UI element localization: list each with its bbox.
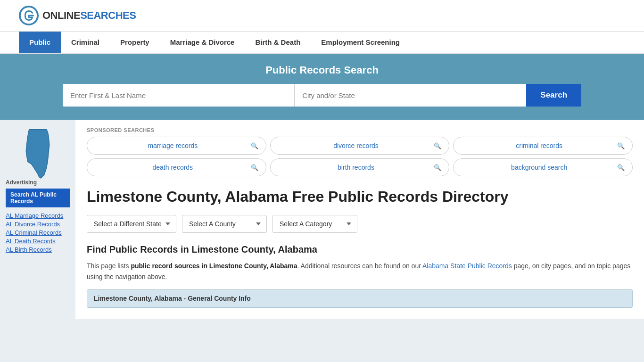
- nav-item-marriage-divorce[interactable]: Marriage & Divorce: [160, 32, 245, 53]
- page-title: Limestone County, Alabama Free Public Re…: [87, 188, 633, 206]
- main-nav: Public Criminal Property Marriage & Divo…: [0, 32, 644, 54]
- sponsored-item-death[interactable]: death records 🔍: [87, 158, 266, 176]
- sidebar-link-divorce[interactable]: AL Divorce Records: [6, 221, 70, 228]
- search-icon-criminal: 🔍: [617, 142, 625, 149]
- dropdown-row: Select a Different State Select A County…: [87, 215, 633, 233]
- find-desc-bold: public record sources in Limestone Count…: [131, 262, 297, 270]
- location-search-input[interactable]: [295, 84, 526, 107]
- sponsored-link-death: death records: [95, 164, 251, 171]
- main-wrapper: Advertising Search AL Public Records AL …: [0, 120, 644, 319]
- nav-item-property[interactable]: Property: [110, 32, 160, 53]
- sponsored-grid: marriage records 🔍 divorce records 🔍 cri…: [87, 137, 633, 176]
- find-description: This page lists public record sources in…: [87, 261, 633, 282]
- sidebar-links: AL Marriage Records AL Divorce Records A…: [6, 212, 70, 253]
- sidebar: Advertising Search AL Public Records AL …: [0, 120, 75, 319]
- nav-item-employment[interactable]: Employment Screening: [311, 32, 410, 53]
- nav-item-criminal[interactable]: Criminal: [61, 32, 110, 53]
- logo-text: ONLINESEARCHES: [42, 9, 136, 22]
- name-search-input[interactable]: [63, 84, 295, 107]
- sponsored-item-marriage[interactable]: marriage records 🔍: [87, 137, 266, 155]
- search-icon-death: 🔍: [251, 164, 258, 171]
- sponsored-item-birth[interactable]: birth records 🔍: [270, 158, 450, 176]
- search-form: Search: [63, 84, 581, 107]
- sponsored-item-criminal[interactable]: criminal records 🔍: [453, 137, 633, 155]
- alabama-state-link[interactable]: Alabama State Public Records: [422, 262, 512, 270]
- search-button[interactable]: Search: [526, 84, 581, 107]
- category-dropdown[interactable]: Select A Category: [272, 215, 357, 233]
- logo-icon: [19, 6, 39, 25]
- find-records-title: Find Public Records in Limestone County,…: [87, 244, 633, 255]
- find-desc-part1: This page lists: [87, 262, 131, 270]
- sponsored-item-divorce[interactable]: divorce records 🔍: [270, 137, 450, 155]
- find-desc-part2: . Additional resources can be found on o…: [297, 262, 422, 270]
- nav-item-birth-death[interactable]: Birth & Death: [245, 32, 311, 53]
- search-icon-divorce: 🔍: [434, 142, 441, 149]
- sidebar-link-death[interactable]: AL Death Records: [6, 238, 70, 245]
- sidebar-link-marriage[interactable]: AL Marriage Records: [6, 212, 70, 219]
- nav-item-public[interactable]: Public: [19, 32, 61, 53]
- search-banner-title: Public Records Search: [19, 64, 625, 76]
- sponsored-link-background: background search: [461, 164, 617, 171]
- main-content: SPONSORED SEARCHES marriage records 🔍 di…: [75, 120, 644, 319]
- state-dropdown[interactable]: Select a Different State: [87, 215, 176, 233]
- info-box: Limestone County, Alabama - General Coun…: [87, 289, 633, 308]
- sidebar-link-birth[interactable]: AL Birth Records: [6, 246, 70, 253]
- sidebar-link-criminal[interactable]: AL Criminal Records: [6, 229, 70, 236]
- logo-area[interactable]: ONLINESEARCHES: [19, 6, 136, 25]
- sidebar-ad-button[interactable]: Search AL Public Records: [6, 189, 70, 207]
- sponsored-link-divorce: divorce records: [278, 142, 434, 149]
- search-icon-background: 🔍: [617, 164, 625, 171]
- sponsored-link-marriage: marriage records: [95, 142, 251, 149]
- sidebar-advertising-label: Advertising: [6, 179, 70, 186]
- search-icon-marriage: 🔍: [251, 142, 258, 149]
- county-dropdown[interactable]: Select A County: [182, 215, 267, 233]
- sponsored-label: SPONSORED SEARCHES: [87, 127, 633, 133]
- info-box-header: Limestone County, Alabama - General Coun…: [87, 290, 632, 307]
- search-icon-birth: 🔍: [434, 164, 441, 171]
- search-banner: Public Records Search Search: [0, 54, 644, 120]
- sponsored-item-background[interactable]: background search 🔍: [453, 158, 633, 176]
- sponsored-link-birth: birth records: [278, 164, 434, 171]
- state-map-icon: [17, 127, 59, 179]
- sponsored-link-criminal: criminal records: [461, 142, 617, 149]
- site-header: ONLINESEARCHES: [0, 0, 644, 32]
